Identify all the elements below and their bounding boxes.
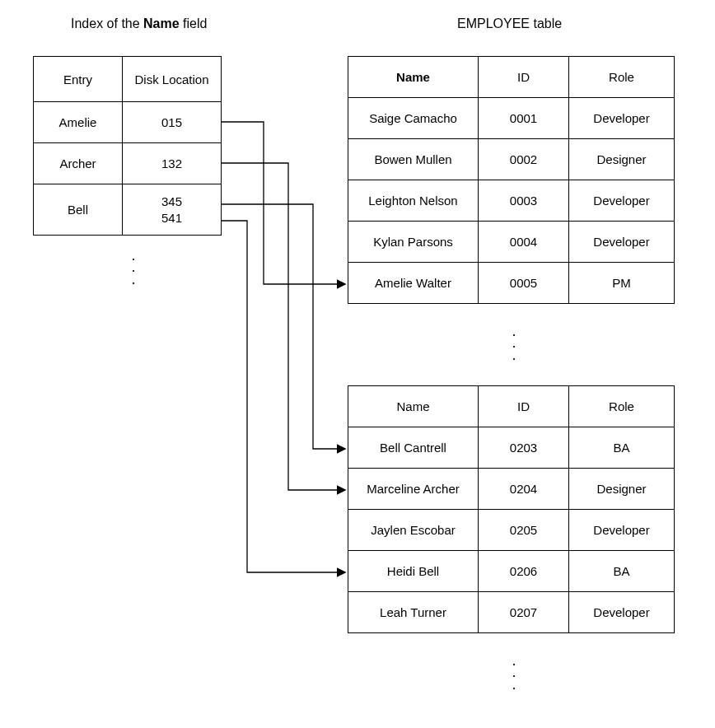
emp-role: Developer [569, 180, 675, 222]
index-title-pre: Index of the [71, 16, 143, 30]
emp-header-id: ID [479, 57, 569, 98]
emp-role: Developer [569, 510, 675, 551]
emp-role: PM [569, 263, 675, 304]
emp-name: Amelie Walter [348, 263, 479, 304]
emp-id: 0206 [479, 551, 569, 592]
table-row: Saige Camacho 0001 Developer [348, 98, 675, 139]
emp-header-row: Name ID Role [348, 57, 675, 98]
emp-header-row: Name ID Role [348, 386, 675, 427]
index-disk: 132 [123, 143, 222, 184]
emp-role: BA [569, 427, 675, 469]
emp-role: Designer [569, 139, 675, 180]
emp-name: Bell Cantrell [348, 427, 479, 469]
index-disk-line: 541 [123, 210, 221, 226]
index-disk: 015 [123, 102, 222, 143]
emp-id: 0204 [479, 469, 569, 510]
emp-name: Jaylen Escobar [348, 510, 479, 551]
ellipsis-vertical: . . . [125, 250, 142, 285]
index-row: Amelie 015 [34, 102, 222, 143]
index-disk-line: 345 [123, 194, 221, 210]
emp-name: Kylan Parsons [348, 222, 479, 263]
employee-table-1: Name ID Role Saige Camacho 0001 Develope… [348, 56, 675, 304]
employee-title: EMPLOYEE table [457, 16, 562, 31]
arrow-bell-2 [221, 221, 344, 572]
table-row: Leah Turner 0207 Developer [348, 592, 675, 633]
index-header-disk: Disk Location [123, 57, 222, 102]
arrow-amelie [221, 122, 344, 284]
table-row: Bell Cantrell 0203 BA [348, 427, 675, 469]
index-title: Index of the Name field [71, 16, 207, 31]
ellipsis-vertical: . . . [506, 655, 522, 690]
emp-name: Leah Turner [348, 592, 479, 633]
index-header-entry: Entry [34, 57, 123, 102]
emp-role: Developer [569, 98, 675, 139]
index-entry: Bell [34, 184, 123, 236]
emp-name: Heidi Bell [348, 551, 479, 592]
emp-role: BA [569, 551, 675, 592]
emp-name: Leighton Nelson [348, 180, 479, 222]
emp-id: 0203 [479, 427, 569, 469]
index-entry: Amelie [34, 102, 123, 143]
index-row: Bell 345 541 [34, 184, 222, 236]
table-row: Amelie Walter 0005 PM [348, 263, 675, 304]
table-row: Jaylen Escobar 0205 Developer [348, 510, 675, 551]
index-table: Entry Disk Location Amelie 015 Archer 13… [33, 56, 222, 236]
emp-header-name: Name [348, 386, 479, 427]
arrow-bell-1 [221, 204, 344, 449]
emp-header-name: Name [348, 57, 479, 98]
emp-id: 0001 [479, 98, 569, 139]
emp-header-role: Role [569, 57, 675, 98]
emp-id: 0004 [479, 222, 569, 263]
arrow-archer [221, 163, 344, 490]
emp-id: 0207 [479, 592, 569, 633]
index-title-post: field [180, 16, 208, 30]
ellipsis-vertical: . . . [506, 325, 522, 361]
employee-table-2: Name ID Role Bell Cantrell 0203 BA Marce… [348, 385, 675, 633]
index-title-bold: Name [143, 16, 180, 30]
index-entry: Archer [34, 143, 123, 184]
emp-header-id: ID [479, 386, 569, 427]
table-row: Bowen Mullen 0002 Designer [348, 139, 675, 180]
emp-id: 0002 [479, 139, 569, 180]
index-header-row: Entry Disk Location [34, 57, 222, 102]
emp-id: 0003 [479, 180, 569, 222]
table-row: Marceline Archer 0204 Designer [348, 469, 675, 510]
emp-role: Developer [569, 222, 675, 263]
emp-name: Bowen Mullen [348, 139, 479, 180]
emp-role: Designer [569, 469, 675, 510]
emp-header-role: Role [569, 386, 675, 427]
emp-name: Marceline Archer [348, 469, 479, 510]
table-row: Leighton Nelson 0003 Developer [348, 180, 675, 222]
emp-id: 0005 [479, 263, 569, 304]
index-row: Archer 132 [34, 143, 222, 184]
emp-id: 0205 [479, 510, 569, 551]
index-disk: 345 541 [123, 184, 222, 236]
emp-role: Developer [569, 592, 675, 633]
table-row: Kylan Parsons 0004 Developer [348, 222, 675, 263]
table-row: Heidi Bell 0206 BA [348, 551, 675, 592]
emp-name: Saige Camacho [348, 98, 479, 139]
